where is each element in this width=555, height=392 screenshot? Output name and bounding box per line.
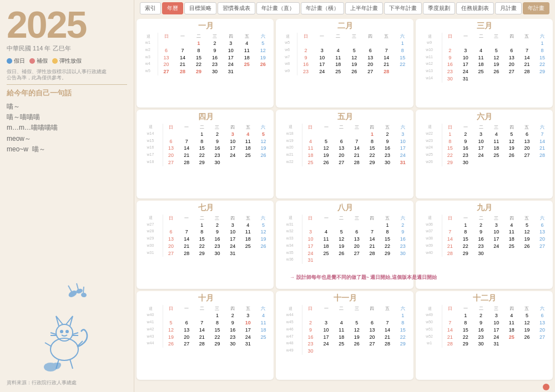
calendar-day[interactable]: 17 (225, 236, 240, 243)
calendar-day[interactable]: 11 (488, 138, 504, 145)
calendar-day[interactable]: 26 (349, 340, 365, 348)
calendar-day[interactable]: 4 (504, 312, 519, 319)
calendar-day[interactable]: 22 (365, 152, 380, 159)
calendar-day[interactable]: 21 (379, 61, 395, 68)
calendar-day[interactable]: 7 (519, 47, 535, 54)
calendar-day[interactable]: 26 (319, 159, 334, 166)
calendar-day[interactable]: 10 (395, 138, 411, 145)
calendar-day[interactable]: 22 (458, 243, 473, 250)
calendar-day[interactable]: 8 (194, 138, 210, 145)
calendar-day[interactable]: 17 (223, 54, 239, 62)
calendar-day[interactable] (240, 250, 256, 257)
calendar-day[interactable]: 5 (519, 222, 535, 229)
calendar-day[interactable]: 10 (240, 319, 256, 327)
calendar-day[interactable]: 20 (163, 152, 179, 159)
calendar-day[interactable]: 6 (163, 228, 179, 236)
calendar-day[interactable] (158, 40, 174, 47)
calendar-day[interactable] (349, 257, 365, 264)
calendar-day[interactable]: 20 (179, 334, 194, 341)
calendar-day[interactable] (504, 250, 519, 257)
calendar-day[interactable]: 23 (395, 243, 411, 250)
calendar-day[interactable]: 31 (225, 250, 240, 257)
calendar-day[interactable]: 19 (163, 334, 179, 341)
calendar-day[interactable]: 16 (225, 327, 240, 334)
calendar-day[interactable] (334, 222, 349, 229)
calendar-day[interactable]: 12 (504, 138, 519, 145)
calendar-day[interactable]: 27 (362, 68, 379, 75)
calendar-day[interactable] (380, 257, 395, 264)
calendar-day[interactable] (179, 131, 194, 138)
calendar-day[interactable]: 25 (319, 250, 334, 257)
calendar-day[interactable]: 29 (365, 159, 380, 166)
calendar-day[interactable]: 3 (488, 312, 504, 319)
calendar-day[interactable] (349, 222, 365, 229)
calendar-day[interactable] (488, 40, 504, 47)
calendar-day[interactable]: 2 (210, 131, 225, 138)
calendar-day[interactable]: 6 (362, 47, 379, 54)
calendar-day[interactable]: 25 (473, 68, 489, 75)
calendar-day[interactable]: 30 (210, 159, 225, 166)
nav-habit[interactable]: 習慣養成表 (218, 2, 255, 14)
calendar-day[interactable] (240, 159, 256, 166)
calendar-day[interactable]: 2 (302, 319, 319, 327)
calendar-day[interactable] (334, 312, 349, 319)
calendar-day[interactable] (365, 222, 380, 229)
calendar-day[interactable]: 4 (319, 228, 334, 236)
calendar-day[interactable]: 26 (519, 334, 535, 341)
calendar-day[interactable]: 24 (223, 61, 239, 68)
calendar-day[interactable]: 2 (473, 312, 489, 319)
calendar-day[interactable] (334, 131, 349, 138)
calendar-day[interactable]: 6 (534, 222, 550, 229)
calendar-day[interactable]: 21 (194, 334, 210, 341)
calendar-day[interactable]: 24 (225, 152, 240, 159)
calendar-day[interactable]: 16 (206, 54, 223, 62)
calendar-day[interactable]: 7 (349, 138, 365, 145)
calendar-day[interactable]: 3 (223, 40, 239, 47)
calendar-day[interactable]: 24 (319, 340, 334, 348)
calendar-day[interactable]: 26 (346, 68, 362, 75)
calendar-day[interactable]: 26 (488, 68, 504, 75)
calendar-day[interactable]: 18 (330, 61, 346, 68)
calendar-day[interactable]: 11 (330, 54, 346, 62)
calendar-day[interactable]: 8 (395, 319, 411, 327)
calendar-day[interactable]: 3 (314, 47, 330, 54)
calendar-day[interactable]: 25 (488, 152, 504, 159)
calendar-day[interactable]: 15 (194, 236, 210, 243)
calendar-day[interactable]: 28 (349, 159, 365, 166)
calendar-day[interactable]: 1 (395, 40, 411, 47)
calendar-day[interactable]: 10 (302, 236, 319, 243)
calendar-day[interactable]: 8 (534, 47, 550, 54)
calendar-day[interactable]: 24 (488, 243, 504, 250)
calendar-day[interactable]: 23 (473, 243, 489, 250)
calendar-day[interactable]: 5 (346, 47, 362, 54)
calendar-day[interactable]: 3 (458, 47, 473, 54)
calendar-day[interactable] (442, 222, 458, 229)
calendar-day[interactable] (239, 68, 255, 75)
calendar-day[interactable]: 29 (534, 68, 550, 75)
calendar-day[interactable] (504, 340, 519, 348)
calendar-day[interactable]: 22 (380, 243, 395, 250)
calendar-day[interactable]: 9 (210, 138, 225, 145)
calendar-day[interactable]: 18 (239, 54, 255, 62)
calendar-day[interactable]: 10 (488, 228, 504, 236)
calendar-day[interactable]: 5 (504, 131, 519, 138)
calendar-day[interactable]: 3 (395, 131, 411, 138)
calendar-day[interactable] (473, 75, 489, 83)
calendar-day[interactable]: 27 (163, 159, 179, 166)
calendar-day[interactable]: 27 (179, 340, 194, 348)
calendar-day[interactable] (380, 312, 395, 319)
calendar-day[interactable]: 8 (380, 228, 395, 236)
calendar-day[interactable]: 19 (346, 61, 362, 68)
calendar-day[interactable]: 18 (319, 243, 334, 250)
calendar-day[interactable]: 4 (473, 47, 489, 54)
calendar-day[interactable]: 28 (194, 340, 210, 348)
calendar-day[interactable]: 13 (349, 236, 365, 243)
calendar-day[interactable]: 12 (255, 47, 271, 54)
calendar-day[interactable]: 19 (256, 145, 271, 152)
calendar-day[interactable]: 27 (334, 159, 349, 166)
calendar-day[interactable]: 24 (473, 152, 489, 159)
calendar-day[interactable]: 12 (346, 54, 362, 62)
calendar-day[interactable]: 6 (365, 319, 380, 327)
calendar-day[interactable]: 19 (319, 152, 334, 159)
calendar-day[interactable]: 29 (442, 159, 458, 166)
